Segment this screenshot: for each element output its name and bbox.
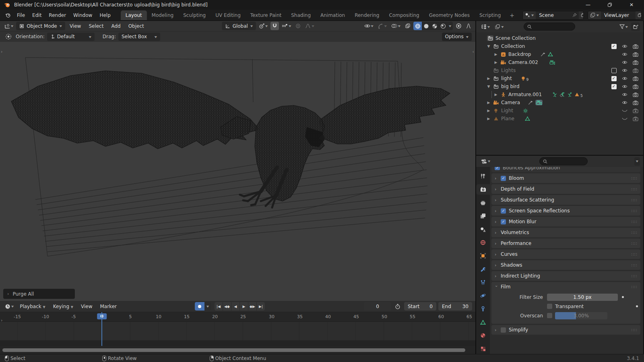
tab-animation[interactable]: Animation bbox=[316, 10, 350, 20]
menu-help[interactable]: Help bbox=[96, 11, 114, 19]
scrollbar-thumb[interactable] bbox=[2, 348, 465, 352]
hide-viewport-toggle[interactable] bbox=[620, 68, 629, 72]
hide-viewport-toggle[interactable] bbox=[620, 101, 629, 105]
hide-viewport-toggle[interactable] bbox=[620, 93, 629, 97]
tab-material[interactable] bbox=[476, 330, 490, 341]
panel-subsurface-scattering[interactable]: ›Subsurface Scattering∷∷ bbox=[491, 195, 640, 205]
render-preview-icon[interactable] bbox=[454, 22, 463, 30]
snap-increment-button[interactable]: ▼ bbox=[280, 22, 293, 30]
hide-viewport-toggle[interactable] bbox=[620, 52, 629, 56]
disable-render-toggle[interactable] bbox=[631, 60, 640, 65]
menu-window[interactable]: Window bbox=[70, 11, 96, 19]
tab-particles[interactable] bbox=[476, 277, 490, 288]
scene-browse-button[interactable]: ▼ bbox=[523, 11, 536, 19]
exclude-checkbox[interactable]: ✓ bbox=[609, 84, 618, 89]
exclude-checkbox[interactable]: ✓ bbox=[609, 76, 618, 81]
active-tool-icon[interactable] bbox=[4, 33, 13, 40]
row-lights[interactable]: Lights bbox=[476, 66, 643, 74]
disable-render-toggle[interactable] bbox=[631, 84, 640, 89]
play-button[interactable]: ▶ bbox=[240, 302, 248, 311]
tab-world[interactable] bbox=[476, 237, 490, 248]
disable-render-toggle[interactable] bbox=[631, 101, 640, 105]
panel-simplify[interactable]: › Simplify∷∷ bbox=[491, 325, 640, 335]
expand-icon[interactable]: ▶ bbox=[487, 117, 491, 121]
menu-render[interactable]: Render bbox=[45, 11, 70, 19]
disable-render-toggle[interactable] bbox=[631, 68, 640, 73]
checkbox-on[interactable]: ✓ bbox=[501, 208, 506, 214]
menu-playback[interactable]: Playback ▼ bbox=[17, 302, 49, 311]
new-collection-button[interactable] bbox=[631, 23, 640, 31]
tab-modeling[interactable]: Modeling bbox=[147, 10, 179, 20]
properties-editor-type-button[interactable]: ▼ bbox=[479, 157, 492, 166]
editor-type-button[interactable]: ▼ bbox=[3, 22, 15, 30]
frame-start-field[interactable]: Start0 bbox=[404, 302, 436, 311]
viewlayer-name[interactable]: ViewLayer bbox=[601, 12, 636, 18]
panel-bloom[interactable]: ›✓ Bloom∷∷ bbox=[491, 173, 640, 183]
orientation-select[interactable]: Default ▼ bbox=[47, 33, 95, 41]
shading-solid-button[interactable] bbox=[422, 22, 430, 30]
menu-marker[interactable]: Marker bbox=[97, 302, 120, 311]
tab-scripting[interactable]: Scripting bbox=[475, 10, 506, 20]
panel-volumetrics[interactable]: ›Volumetrics∷∷ bbox=[491, 228, 640, 237]
tab-texture-paint[interactable]: Texture Paint bbox=[246, 10, 286, 20]
checkbox-on[interactable]: ✓ bbox=[495, 167, 500, 170]
timeline-expand-arrow[interactable]: › bbox=[1, 318, 2, 323]
tab-object-data[interactable] bbox=[476, 317, 490, 327]
outliner-filter-button[interactable]: ▼ bbox=[618, 23, 630, 31]
outliner-display-mode-button[interactable]: ▼ bbox=[493, 23, 505, 31]
auto-key-record-button[interactable] bbox=[195, 302, 204, 311]
sidebar-expand-arrow-left[interactable]: › bbox=[1, 49, 2, 54]
menu-view[interactable]: View bbox=[66, 22, 84, 30]
options-button[interactable]: Options ▼ bbox=[442, 33, 472, 41]
expand-icon[interactable]: ▼ bbox=[487, 84, 491, 88]
restore-button[interactable] bbox=[607, 2, 613, 8]
snap-toggle-button[interactable] bbox=[270, 22, 279, 30]
tab-sculpting[interactable]: Sculpting bbox=[178, 10, 211, 20]
expand-icon[interactable]: ▶ bbox=[494, 52, 498, 56]
pin-icon[interactable] bbox=[570, 11, 579, 19]
viewport-canvas[interactable]: › ‹ › Purge All bbox=[0, 42, 475, 301]
disable-render-toggle-off[interactable] bbox=[631, 109, 640, 113]
expand-icon[interactable]: ▼ bbox=[487, 44, 491, 48]
timeline-editor-type-button[interactable]: ▼ bbox=[3, 302, 15, 311]
properties-options-dropdown[interactable]: ▼ bbox=[634, 157, 640, 166]
viewlayer-browse-button[interactable]: ▼ bbox=[588, 11, 601, 19]
simplify-checkbox[interactable] bbox=[501, 327, 506, 333]
tab-constraints[interactable] bbox=[476, 304, 490, 314]
tab-uv-editing[interactable]: UV Editing bbox=[211, 10, 246, 20]
expand-icon[interactable]: ▶ bbox=[494, 93, 498, 97]
expand-icon[interactable]: ▶ bbox=[487, 76, 491, 80]
camera-data-icon-selected[interactable] bbox=[535, 100, 543, 105]
expand-icon[interactable]: ▶ bbox=[487, 101, 491, 105]
animate-dot[interactable] bbox=[622, 296, 624, 298]
new-scene-button[interactable] bbox=[579, 11, 584, 19]
blender-menu-icon[interactable] bbox=[2, 12, 13, 18]
panel-motion-blur[interactable]: ›✓ Motion Blur∷∷ bbox=[491, 217, 640, 226]
panel-film-header[interactable]: › Film∷∷ bbox=[491, 282, 640, 292]
scene-name[interactable]: Scene bbox=[536, 12, 570, 18]
disable-render-toggle[interactable] bbox=[631, 52, 640, 57]
disable-render-toggle[interactable] bbox=[631, 93, 640, 97]
hide-viewport-toggle[interactable] bbox=[620, 76, 629, 80]
checkbox-on[interactable]: ✓ bbox=[501, 219, 506, 224]
show-gizmo-button[interactable]: ▼ bbox=[376, 22, 388, 30]
auto-key-dropdown[interactable]: ▼ bbox=[204, 302, 211, 311]
tab-shading[interactable]: Shading bbox=[286, 10, 316, 20]
menu-select[interactable]: Select bbox=[85, 22, 107, 30]
timeline-scrollbar[interactable] bbox=[0, 346, 475, 354]
sidebar-expand-arrow-right[interactable]: ‹ bbox=[473, 49, 474, 54]
panel-performance[interactable]: ›Performance∷∷ bbox=[491, 239, 640, 248]
panel-shadows[interactable]: ›Shadows∷∷ bbox=[491, 260, 640, 270]
timeline-ruler[interactable]: -15 -10 -5 0 5 10 15 20 25 30 35 40 45 5… bbox=[0, 312, 475, 322]
overscan-slider[interactable]: 3.00% bbox=[555, 312, 607, 319]
drag-select[interactable]: Select Box ▼ bbox=[118, 33, 160, 41]
play-reverse-button[interactable]: ◀ bbox=[231, 302, 239, 311]
tab-rendering[interactable]: Rendering bbox=[350, 10, 384, 20]
tab-modifiers[interactable] bbox=[476, 264, 490, 274]
close-button[interactable]: ✕ bbox=[629, 2, 634, 8]
menu-object[interactable]: Object bbox=[125, 22, 147, 30]
menu-keying[interactable]: Keying ▼ bbox=[50, 302, 76, 311]
panel-depth-of-field[interactable]: ›Depth of Field∷∷ bbox=[491, 184, 640, 194]
hide-viewport-toggle[interactable] bbox=[620, 60, 629, 64]
checkbox-on[interactable]: ✓ bbox=[501, 176, 506, 181]
